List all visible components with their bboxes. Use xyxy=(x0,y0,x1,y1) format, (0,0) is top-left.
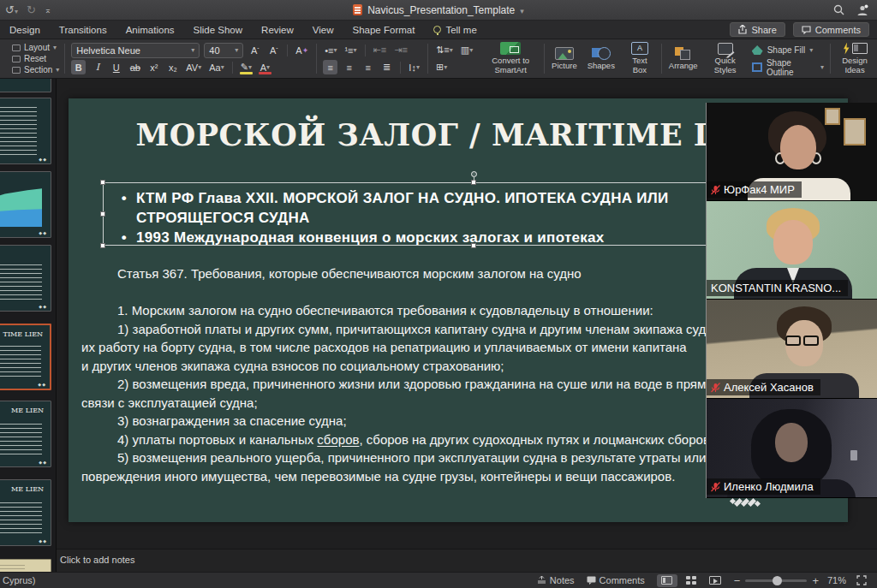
thumbnail-slide-partial[interactable] xyxy=(0,79,51,92)
selection-handle[interactable] xyxy=(100,243,105,248)
italic-button[interactable]: I xyxy=(90,60,104,74)
shape-style-group: Shape Fill▾ Shape Outline▾ xyxy=(748,39,828,78)
zoom-slider[interactable] xyxy=(745,579,807,582)
search-icon[interactable] xyxy=(833,4,844,15)
clear-formatting-button[interactable]: A✦ xyxy=(294,43,310,57)
arrange-icon xyxy=(675,47,692,60)
participant-tile-4[interactable]: Иленко Людмила xyxy=(707,399,877,498)
zoom-in-button[interactable]: + xyxy=(812,574,819,587)
increase-indent-button[interactable]: ⇥≡ xyxy=(392,43,409,57)
grow-font-button[interactable]: Aˆ xyxy=(248,43,262,57)
bold-button[interactable]: B xyxy=(71,60,86,74)
normal-view-icon xyxy=(661,576,672,585)
share-button[interactable]: Share xyxy=(730,22,785,37)
participant-name-label: Алексей Хасанов xyxy=(707,379,820,395)
reset-button[interactable]: Reset xyxy=(12,54,59,64)
tab-slide-show[interactable]: Slide Show xyxy=(184,21,253,39)
quick-access-icon[interactable]: ⌅ xyxy=(45,6,51,15)
account-icon[interactable] xyxy=(856,4,868,16)
columns-button[interactable]: ▥▾ xyxy=(459,43,474,57)
quick-styles-button[interactable]: Quick Styles xyxy=(703,39,748,78)
line-spacing-button[interactable]: ⇅≡▾ xyxy=(434,43,455,57)
align-right-button[interactable]: ≡ xyxy=(361,60,375,74)
font-color-button[interactable]: A▾ xyxy=(258,60,272,74)
underline-button[interactable]: U xyxy=(109,60,123,74)
document-title[interactable]: Navicus_Presentation_Template xyxy=(367,4,515,16)
bullet-list-button[interactable]: •≡▾ xyxy=(323,43,338,57)
arrange-button[interactable]: Arrange xyxy=(664,39,703,78)
thumbnail-text-slide[interactable]: ◆◆ xyxy=(0,245,51,312)
notes-toggle-button[interactable]: Notes xyxy=(537,575,575,585)
tab-review[interactable]: Review xyxy=(252,21,303,39)
selection-handle[interactable] xyxy=(100,180,105,185)
align-left-button[interactable]: ≡ xyxy=(323,60,337,74)
slide-sorter-view-button[interactable] xyxy=(681,574,701,587)
font-name-select[interactable]: Helvetica Neue▾ xyxy=(71,43,200,58)
thumbnail-slide-7[interactable]: ME LIEN ◆◆ xyxy=(0,479,51,546)
zoom-level[interactable]: 71% xyxy=(827,575,846,585)
undo-icon[interactable]: ↺▾ xyxy=(5,4,18,15)
redo-icon[interactable]: ↻ xyxy=(27,4,36,15)
comments-icon xyxy=(802,26,811,34)
font-size-select[interactable]: 40▾ xyxy=(204,43,243,58)
thumbnail-document-slide[interactable] xyxy=(0,559,51,572)
text-box-button[interactable]: A Text Box xyxy=(620,39,659,78)
rotation-handle[interactable] xyxy=(471,171,477,177)
shapes-button[interactable]: Shapes xyxy=(582,39,620,78)
participant-name-label: ЮрФак4 МИР xyxy=(707,181,802,198)
tab-view[interactable]: View xyxy=(303,21,343,39)
shape-outline-icon xyxy=(752,62,762,72)
align-text-button[interactable]: ⊞▾ xyxy=(434,60,449,74)
participant-tile-3[interactable]: Алексей Хасанов xyxy=(707,300,877,399)
zoom-out-button[interactable]: − xyxy=(734,574,741,587)
shape-outline-button[interactable]: Shape Outline▾ xyxy=(752,59,824,75)
thumbnail-slide-6[interactable]: ME LIEN ◆◆ xyxy=(0,401,51,467)
share-icon xyxy=(738,25,747,34)
justify-button[interactable]: ≣ xyxy=(379,60,394,74)
change-case-button[interactable]: Aa▾ xyxy=(207,60,225,74)
notes-placeholder[interactable]: Click to add notes xyxy=(60,555,134,565)
highlight-color-button[interactable]: ✎▾ xyxy=(239,60,254,74)
decrease-indent-button[interactable]: ⇤≡ xyxy=(372,43,389,57)
selection-handle[interactable] xyxy=(100,211,105,217)
titlebar: ↺▾ ↻ ⌅ Navicus_Presentation_Template ▾ xyxy=(0,0,877,21)
subscript-button[interactable]: x₂ xyxy=(165,60,180,74)
fit-slide-button[interactable] xyxy=(856,575,867,585)
tab-tell-me[interactable]: Tell me xyxy=(424,21,486,39)
comments-button[interactable]: Comments xyxy=(793,22,869,37)
tab-animations[interactable]: Animations xyxy=(116,21,184,39)
zoom-slider-thumb[interactable] xyxy=(773,576,782,585)
light-switch xyxy=(850,450,857,460)
character-spacing-button[interactable]: AV▾ xyxy=(184,60,203,74)
strikethrough-button[interactable]: ab xyxy=(128,60,142,74)
title-chevron-icon[interactable]: ▾ xyxy=(520,7,524,15)
convert-smartart-button[interactable]: Convert to SmartArt xyxy=(479,39,542,78)
comments-toggle-button[interactable]: Comments xyxy=(587,575,645,585)
layout-button[interactable]: Layout▾ xyxy=(12,43,59,53)
design-ideas-button[interactable]: Design Ideas xyxy=(832,39,877,78)
tab-design[interactable]: Design xyxy=(0,21,50,39)
thumb-decoration: ◆◆ xyxy=(38,382,46,387)
thumbnail-current-slide[interactable]: TIME LIEN ◆◆ xyxy=(0,324,51,390)
notes-pane[interactable]: Click to add notes xyxy=(57,549,877,572)
thumbnail-chart-slide[interactable]: ◆◆ xyxy=(0,171,51,238)
participant-tile-2[interactable]: KONSTANTIN KRASNO... xyxy=(707,201,877,300)
section-button[interactable]: Section▾ xyxy=(12,65,59,75)
picture-button[interactable]: Picture xyxy=(546,39,582,78)
tab-shape-format[interactable]: Shape Format xyxy=(343,21,425,39)
thumb-title: ME LIEN xyxy=(11,485,44,493)
numbered-list-button[interactable]: ¹≡▾ xyxy=(343,43,358,57)
shape-fill-button[interactable]: Shape Fill▾ xyxy=(752,42,824,58)
align-center-button[interactable]: ≡ xyxy=(342,60,356,74)
normal-view-button[interactable] xyxy=(657,574,677,587)
document-icon xyxy=(353,4,362,15)
tab-transitions[interactable]: Transitions xyxy=(50,21,116,39)
shrink-font-button[interactable]: Aˇ xyxy=(266,43,281,57)
thumbnail-table-slide[interactable]: ◆◆ xyxy=(0,98,51,164)
paragraph-group: •≡▾ ¹≡▾ ⇤≡ ⇥≡ ≡ ≡ ≡ ≣ I↕▾ xyxy=(319,39,426,78)
text-direction-button[interactable]: I↕▾ xyxy=(407,60,421,74)
slide-thumbnail-panel: ◆◆ ◆◆ ◆◆ TIME LIEN ◆◆ ME LIEN xyxy=(0,79,57,572)
participant-tile-1[interactable]: ЮрФак4 МИР xyxy=(707,103,877,201)
superscript-button[interactable]: x² xyxy=(146,60,161,74)
slideshow-view-button[interactable] xyxy=(705,574,725,587)
